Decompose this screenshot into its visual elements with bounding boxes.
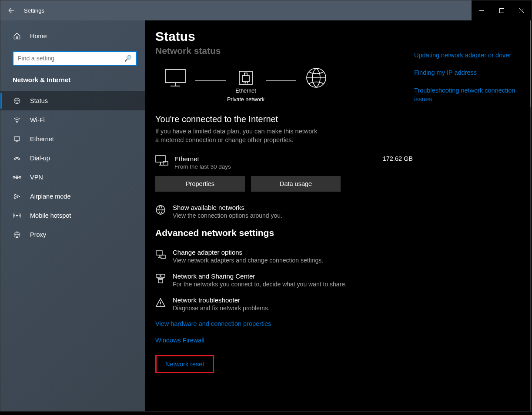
pc-net-icon <box>155 155 168 166</box>
scrollbar-thumb[interactable] <box>530 20 531 107</box>
topology-ethernet-sub: Private network <box>227 96 264 103</box>
svg-rect-14 <box>242 76 249 82</box>
svg-rect-1 <box>499 8 504 13</box>
sidebar-item-label: Status <box>30 97 48 104</box>
home-icon <box>13 32 21 40</box>
related-link-troubleshoot[interactable]: Troubleshooting network connection issue… <box>414 86 519 104</box>
adapter-title: Change adapter options <box>173 249 413 256</box>
advanced-heading: Advanced network settings <box>155 228 413 238</box>
troubleshooter-sub: Diagnose and fix network problems. <box>173 305 413 312</box>
search-icon: 🔍 <box>124 55 132 62</box>
search-input[interactable] <box>18 55 124 62</box>
adapter-icon <box>155 249 166 260</box>
svg-point-8 <box>19 176 21 178</box>
sidebar: Home 🔍 Network & Internet Status Wi-Fi E… <box>0 20 145 411</box>
page-title: Status <box>155 29 413 44</box>
home-button[interactable]: Home <box>0 27 145 46</box>
window-title: Settings <box>24 7 44 14</box>
scrollbar[interactable] <box>530 20 531 411</box>
proxy-icon <box>13 230 21 239</box>
page-subtitle: Network status <box>155 46 413 56</box>
sidebar-item-airplane[interactable]: Airplane mode <box>0 187 145 206</box>
topology-ethernet-label: Ethernet <box>235 88 256 94</box>
home-label: Home <box>30 33 47 40</box>
sidebar-item-label: Dial-up <box>30 155 50 162</box>
change-adapter-item[interactable]: Change adapter options View network adap… <box>155 249 413 264</box>
connected-body: If you have a limited data plan, you can… <box>155 127 321 145</box>
sidebar-item-label: Mobile hotspot <box>30 212 71 219</box>
share-icon <box>155 273 166 284</box>
airplane-icon <box>13 192 21 201</box>
related-link-adapter[interactable]: Updating network adapter or driver <box>414 51 519 60</box>
maximize-button[interactable] <box>492 0 512 20</box>
svg-point-10 <box>17 215 18 216</box>
arrow-left-icon <box>7 7 14 14</box>
troubleshooter-title: Network troubleshooter <box>173 296 413 304</box>
sidebar-item-ethernet[interactable]: Ethernet <box>0 129 145 149</box>
related-links: Updating network adapter or driver Findi… <box>414 51 519 103</box>
svg-rect-22 <box>161 274 165 277</box>
search-input-wrap[interactable]: 🔍 <box>13 51 137 66</box>
sidebar-item-label: Airplane mode <box>30 193 71 200</box>
connection-usage: 172.62 GB <box>383 155 413 162</box>
wifi-icon <box>13 116 21 124</box>
minimize-icon <box>479 8 484 13</box>
adapter-sub: View network adapters and change connect… <box>173 257 413 264</box>
data-usage-button[interactable]: Data usage <box>251 176 341 192</box>
svg-rect-19 <box>156 251 162 255</box>
sidebar-item-label: Ethernet <box>30 136 54 143</box>
internet-globe-icon <box>306 67 327 88</box>
vpn-icon <box>13 173 21 182</box>
network-reset-link[interactable]: Network reset <box>155 355 214 373</box>
ethernet-icon <box>13 135 21 143</box>
globe-icon <box>155 205 166 215</box>
show-networks-item[interactable]: Show available networks View the connect… <box>155 204 413 219</box>
connection-name: Ethernet <box>174 155 413 163</box>
back-button[interactable] <box>0 0 20 20</box>
dialup-icon <box>13 154 21 163</box>
svg-point-5 <box>17 122 17 123</box>
category-heading: Network & Internet <box>0 73 145 91</box>
svg-point-7 <box>13 176 15 178</box>
settings-window: Settings Home 🔍 Network & Internet <box>0 0 532 412</box>
sidebar-item-hotspot[interactable]: Mobile hotspot <box>0 206 145 225</box>
ethernet-port-icon <box>238 70 253 85</box>
close-icon <box>519 8 524 13</box>
minimize-button[interactable] <box>472 0 492 20</box>
connection-row: Ethernet From the last 30 days 172.62 GB <box>155 155 413 170</box>
pc-icon <box>164 69 186 87</box>
svg-rect-20 <box>161 255 165 259</box>
firewall-link[interactable]: Windows Firewall <box>155 337 413 344</box>
hardware-link[interactable]: View hardware and connection properties <box>155 320 413 327</box>
related-link-ip[interactable]: Finding my IP address <box>414 68 519 77</box>
hotspot-icon <box>13 211 21 220</box>
sharing-title: Network and Sharing Center <box>173 272 413 280</box>
svg-rect-6 <box>14 137 20 140</box>
sidebar-item-vpn[interactable]: VPN <box>0 168 145 187</box>
connection-sub: From the last 30 days <box>174 163 413 170</box>
sidebar-item-label: Wi-Fi <box>30 116 45 123</box>
sidebar-item-status[interactable]: Status <box>0 91 145 110</box>
show-networks-sub: View the connection options around you. <box>173 212 413 219</box>
globe-icon <box>13 96 21 105</box>
maximize-icon <box>499 8 504 13</box>
warn-icon <box>155 297 166 308</box>
troubleshooter-item[interactable]: Network troubleshooter Diagnose and fix … <box>155 296 413 312</box>
sharing-sub: For the networks you connect to, decide … <box>173 281 413 288</box>
main-panel: Status Network status Ethernet Private n… <box>145 20 532 411</box>
svg-rect-12 <box>165 70 185 83</box>
sidebar-item-proxy[interactable]: Proxy <box>0 225 145 244</box>
sidebar-item-wifi[interactable]: Wi-Fi <box>0 110 145 129</box>
sidebar-item-label: Proxy <box>30 231 46 238</box>
svg-rect-21 <box>156 274 160 277</box>
network-topology: Ethernet Private network <box>155 67 413 106</box>
svg-rect-23 <box>158 279 163 283</box>
sharing-center-item[interactable]: Network and Sharing Center For the netwo… <box>155 272 413 288</box>
titlebar: Settings <box>0 0 532 20</box>
close-button[interactable] <box>512 0 532 20</box>
properties-button[interactable]: Properties <box>155 176 245 192</box>
show-networks-title: Show available networks <box>173 204 413 211</box>
connected-heading: You're connected to the Internet <box>155 114 413 124</box>
sidebar-item-label: VPN <box>30 174 43 181</box>
sidebar-item-dialup[interactable]: Dial-up <box>0 149 145 168</box>
